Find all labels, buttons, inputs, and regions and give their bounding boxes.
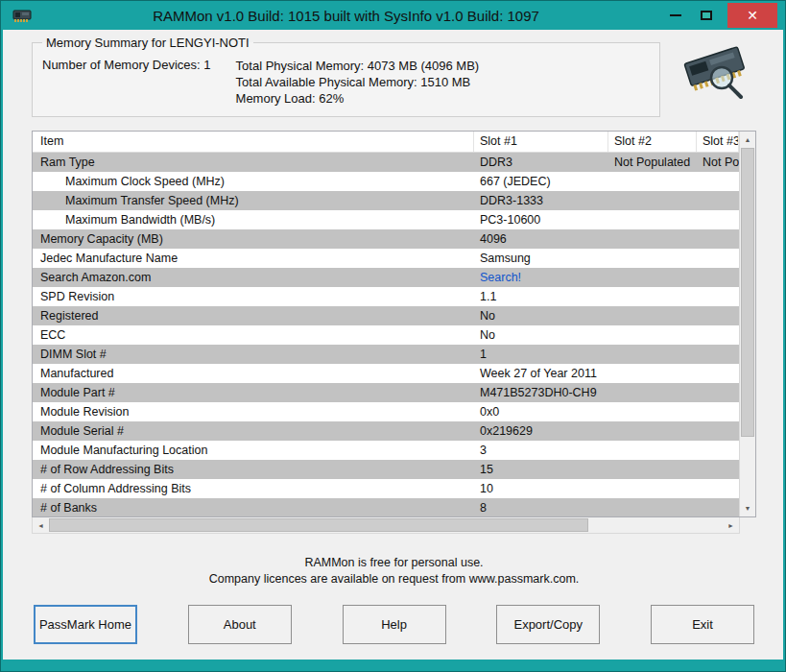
table-header-row: Item Slot #1 Slot #2 Slot #3: [33, 132, 739, 153]
memory-summary-legend: Memory Summary for LENGYI-NOTI: [42, 36, 253, 50]
slot1-cell: Samsung: [474, 249, 608, 268]
license-note-line1: RAMMon is free for personal use.: [32, 555, 756, 571]
table-row: SPD Revision1.1: [33, 287, 739, 306]
table-row: Module Serial #0x219629: [33, 421, 739, 441]
slot1-cell: 667 (JEDEC): [474, 172, 608, 191]
slot1-cell: 4096: [474, 229, 608, 249]
slot3-cell: [697, 383, 739, 402]
slot2-cell: [608, 268, 697, 287]
slot2-cell: [608, 345, 697, 364]
available-physical-memory-label: Total Available Physical Memory: 1510 MB: [236, 74, 480, 90]
column-header-slot3[interactable]: Slot #3: [697, 132, 739, 152]
app-window: RAMMon v1.0 Build: 1015 built with SysIn…: [0, 0, 786, 672]
slot1-cell: 10: [474, 479, 608, 498]
table-row: Module Part #M471B5273DH0-CH9: [33, 383, 739, 402]
table-row: Maximum Bandwidth (MB/s)PC3-10600: [33, 210, 739, 229]
slot1-cell: 3: [474, 441, 608, 460]
item-cell: Module Manufacturing Location: [33, 441, 474, 460]
slot2-cell: [608, 460, 697, 479]
column-header-item[interactable]: Item: [33, 132, 474, 152]
content-area: Memory Summary for LENGYI-NOTI Number of…: [3, 30, 783, 660]
item-cell: Registered: [33, 306, 474, 325]
item-cell: Ram Type: [33, 153, 474, 172]
horizontal-scroll-thumb[interactable]: [49, 518, 588, 532]
total-physical-memory-label: Total Physical Memory: 4073 MB (4096 MB): [236, 58, 480, 74]
memory-devices-label: Number of Memory Devices: 1: [42, 58, 211, 107]
slot3-cell: [697, 479, 739, 498]
table-row: Jedec Manufacture NameSamsung: [33, 249, 739, 268]
slot1-cell: M471B5273DH0-CH9: [474, 383, 608, 402]
slot3-cell: Not Populated: [697, 153, 739, 172]
slot2-cell: [608, 325, 697, 345]
item-cell: # of Row Addressing Bits: [33, 460, 474, 479]
scroll-right-button[interactable]: ►: [723, 517, 739, 533]
passmark-home-button[interactable]: PassMark Home: [34, 605, 137, 644]
ram-chip-magnifier-icon: [674, 36, 756, 107]
slot1-cell: DDR3-1333: [474, 191, 608, 210]
close-button[interactable]: ✕: [727, 3, 777, 28]
slot2-cell: [608, 287, 697, 306]
table-row: DIMM Slot #1: [33, 345, 739, 364]
scroll-down-button[interactable]: ▼: [740, 500, 755, 516]
amazon-search-link[interactable]: Search!: [474, 268, 608, 287]
minimize-button[interactable]: [660, 4, 691, 27]
table-row: # of Row Addressing Bits15: [33, 460, 739, 479]
slot3-cell: [697, 210, 739, 229]
slot2-cell: [608, 479, 697, 498]
vertical-scroll-thumb[interactable]: [741, 148, 754, 437]
item-cell: Search Amazon.com: [33, 268, 474, 287]
slot2-cell: [608, 402, 697, 421]
help-button[interactable]: Help: [343, 605, 446, 644]
slot3-cell: [697, 249, 739, 268]
slot3-cell: [697, 441, 739, 460]
slot3-cell: [697, 498, 739, 516]
memory-summary-groupbox: Memory Summary for LENGYI-NOTI Number of…: [32, 36, 660, 117]
table-row: # of Banks8: [33, 498, 739, 516]
license-note-line2: Company licences are available on reques…: [32, 571, 756, 588]
horizontal-scrollbar[interactable]: ◄ ►: [32, 517, 740, 534]
item-cell: Maximum Clock Speed (MHz): [33, 172, 474, 191]
column-header-slot2[interactable]: Slot #2: [608, 132, 697, 152]
table-body: Ram TypeDDR3Not PopulatedNot PopulatedMa…: [33, 153, 739, 516]
about-button[interactable]: About: [188, 605, 292, 644]
table-row: Memory Capacity (MB)4096: [33, 229, 739, 249]
column-header-slot1[interactable]: Slot #1: [474, 132, 608, 152]
slot2-cell: [608, 498, 697, 516]
titlebar[interactable]: RAMMon v1.0 Build: 1015 built with SysIn…: [3, 1, 783, 30]
item-cell: Manufactured: [33, 364, 474, 383]
horizontal-scroll-track[interactable]: [49, 517, 723, 533]
slot3-cell: [697, 325, 739, 345]
export-copy-button[interactable]: Export/Copy: [496, 605, 600, 644]
ram-chip-icon: [12, 7, 32, 24]
slot3-cell: [697, 421, 739, 441]
vertical-scroll-track[interactable]: [740, 148, 755, 500]
slot1-cell: No: [474, 306, 608, 325]
table-row: Search Amazon.comSearch!: [33, 268, 739, 287]
slot1-cell: PC3-10600: [474, 210, 608, 229]
slot3-cell: [697, 229, 739, 249]
ram-info-table: Item Slot #1 Slot #2 Slot #3 Ram TypeDDR…: [32, 131, 756, 534]
item-cell: SPD Revision: [33, 287, 474, 306]
maximize-button[interactable]: [691, 4, 722, 27]
slot2-cell: [608, 441, 697, 460]
slot3-cell: [697, 460, 739, 479]
slot3-cell: [697, 306, 739, 325]
slot3-cell: [697, 364, 739, 383]
slot2-cell: [608, 172, 697, 191]
scroll-up-button[interactable]: ▲: [740, 132, 755, 148]
slot3-cell: [697, 268, 739, 287]
item-cell: # of Column Addressing Bits: [33, 479, 474, 498]
scroll-left-button[interactable]: ◄: [33, 517, 49, 533]
slot1-cell: DDR3: [474, 153, 608, 172]
slot2-cell: [608, 306, 697, 325]
item-cell: DIMM Slot #: [33, 345, 474, 364]
slot1-cell: 8: [474, 498, 608, 516]
item-cell: Maximum Bandwidth (MB/s): [33, 210, 474, 229]
item-cell: # of Banks: [33, 498, 474, 516]
license-note: RAMMon is free for personal use. Company…: [32, 555, 756, 588]
vertical-scrollbar[interactable]: ▲ ▼: [739, 132, 755, 516]
exit-button[interactable]: Exit: [651, 605, 754, 644]
item-cell: Module Part #: [33, 383, 474, 402]
table-row: ECCNo: [33, 325, 739, 345]
slot1-cell: 1: [474, 345, 608, 364]
